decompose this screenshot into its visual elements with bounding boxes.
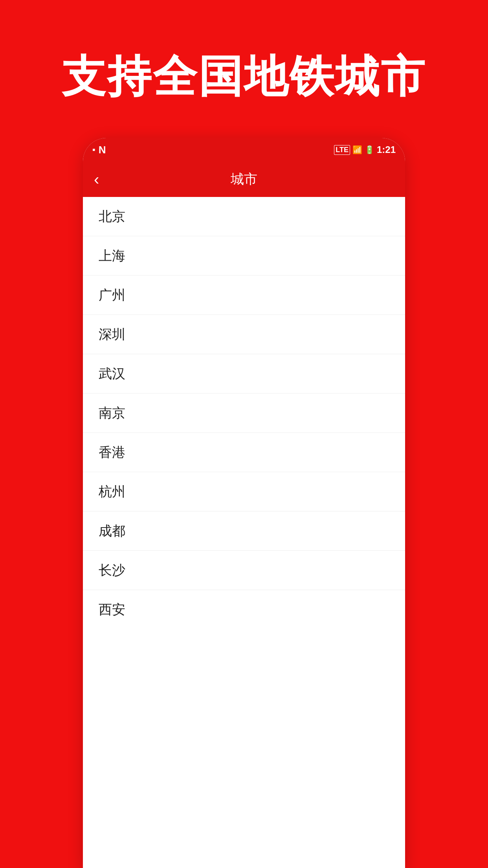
time-display: 1:21 [377,144,396,155]
notification-icon: N [99,144,106,156]
city-list-item[interactable]: 香港 [83,433,405,472]
back-button[interactable]: ‹ [92,168,105,190]
city-name: 杭州 [99,483,125,501]
city-list-item[interactable]: 长沙 [83,551,405,590]
battery-icon: 🔋 [365,145,374,154]
city-name: 深圳 [99,326,125,344]
city-list: 北京上海广州深圳武汉南京香港杭州成都长沙西安 [83,197,405,629]
city-name: 武汉 [99,365,125,383]
city-list-item[interactable]: 上海 [83,236,405,276]
signal-icon: 📶 [352,145,362,154]
city-name: 长沙 [99,561,125,579]
app-header: ‹ 城市 [83,162,405,197]
status-bar-right: LTE 📶 🔋 1:21 [334,144,396,155]
city-name: 西安 [99,601,125,619]
city-list-item[interactable]: 杭州 [83,472,405,511]
city-name: 成都 [99,522,125,540]
page-title: 支持全国地铁城市 [62,47,426,107]
lte-badge: LTE [334,145,350,155]
status-bar-left: ▪ N [92,144,106,156]
city-name: 香港 [99,443,125,462]
phone-frame: ▪ N LTE 📶 🔋 1:21 ‹ 城市 北京上海广州深圳武汉南京香港杭州成都… [83,138,405,868]
city-list-item[interactable]: 成都 [83,511,405,551]
city-list-item[interactable]: 西安 [83,590,405,629]
city-name: 北京 [99,208,125,226]
city-list-item[interactable]: 南京 [83,394,405,433]
sim-card-icon: ▪ [92,145,95,155]
city-name: 上海 [99,247,125,265]
status-bar: ▪ N LTE 📶 🔋 1:21 [83,138,405,162]
city-list-item[interactable]: 广州 [83,276,405,315]
city-name: 南京 [99,404,125,422]
city-list-item[interactable]: 深圳 [83,315,405,354]
city-name: 广州 [99,286,125,304]
city-list-item[interactable]: 武汉 [83,354,405,394]
header-title: 城市 [231,170,257,188]
city-list-item[interactable]: 北京 [83,197,405,236]
